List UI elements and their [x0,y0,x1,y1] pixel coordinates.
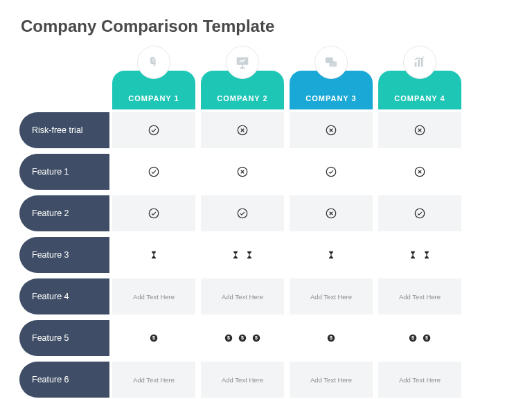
row-label: Feature 3 [19,237,109,273]
cell: $ [290,320,373,356]
column-header-label: COMPANY 3 [305,94,356,103]
column-header-2: COMPANY 2 [201,46,284,109]
row-label: Feature 4 [19,278,109,314]
column-header-label: COMPANY 2 [217,94,267,103]
check-icon [148,166,160,178]
placeholder-text: Add Text Here [133,376,175,384]
column-header-4: COMPANY 4 [378,46,461,109]
cell [378,112,461,148]
cell: $ [112,320,195,356]
hourglass-icon [231,250,240,260]
cell [290,237,373,273]
placeholder-text: Add Text Here [310,293,352,301]
svg-rect-2 [329,61,337,66]
header-spacer [19,46,109,109]
row-label-text: Feature 6 [32,375,69,384]
dollar-icon: $ [326,333,336,343]
row-label-text: Feature 2 [32,209,69,218]
svg-text:$: $ [255,335,258,341]
column-header-label: COMPANY 4 [394,94,445,103]
cell [112,112,195,148]
svg-rect-4 [418,60,420,66]
cross-icon [325,124,337,136]
row-label-text: Feature 1 [32,167,69,177]
svg-point-15 [238,209,247,218]
check-icon [325,166,337,178]
page-title: Company Comparison Template [21,17,513,36]
comparison-slide: Company Comparison Template COMPANY 1COM… [0,0,532,399]
cell: Add Text Here [290,278,373,314]
row-label-text: Risk-free trial [32,125,83,135]
svg-point-14 [149,209,159,218]
cell: $$$ [201,320,284,356]
column-header-label: COMPANY 1 [128,94,179,103]
comparison-grid: COMPANY 1COMPANY 2COMPANY 3COMPANY 4Risk… [19,46,513,399]
cell [378,237,461,273]
cell: Add Text Here [201,278,284,314]
cell [290,112,373,148]
cell [378,154,461,190]
cross-icon [414,166,426,178]
cell [112,195,195,231]
cell: Add Text Here [378,362,461,398]
svg-rect-3 [415,62,417,66]
check-icon [236,207,249,220]
svg-text:$: $ [330,335,332,341]
hourglass-icon [326,250,336,260]
cell: $$ [378,320,461,356]
cell [112,154,195,190]
check-icon [148,207,160,220]
head-gear-icon [137,46,170,79]
cell [290,195,373,231]
svg-text:$: $ [241,335,244,341]
cross-icon [325,207,337,220]
placeholder-text: Add Text Here [222,376,263,384]
svg-text:$: $ [425,335,428,341]
cross-icon [414,124,426,136]
row-label: Feature 1 [19,154,109,190]
cross-icon [236,124,249,136]
cell [378,195,461,231]
row-label-text: Feature 3 [32,250,69,260]
cell [290,154,373,190]
svg-point-17 [415,209,425,218]
row-label: Feature 5 [19,320,109,356]
svg-point-6 [149,125,159,135]
row-label-text: Feature 4 [32,292,69,301]
column-header-1: COMPANY 1 [112,46,195,109]
cell: Add Text Here [112,278,195,314]
placeholder-text: Add Text Here [399,293,441,301]
placeholder-text: Add Text Here [310,376,352,384]
cell: Add Text Here [290,362,373,398]
cell [201,112,284,148]
dollar-icon: $ [224,333,233,343]
hourglass-icon [408,250,418,260]
dollar-icon: $ [251,333,261,343]
svg-point-12 [326,167,336,177]
row-label: Risk-free trial [19,112,109,148]
check-icon [148,124,160,136]
presentation-icon [226,46,259,79]
row-label: Feature 6 [19,362,109,398]
cross-icon [236,166,249,178]
chat-icon [314,46,348,79]
placeholder-text: Add Text Here [399,376,441,384]
cell: Add Text Here [201,362,284,398]
svg-point-10 [149,167,159,177]
svg-text:$: $ [411,335,414,341]
cell [112,237,195,273]
placeholder-text: Add Text Here [133,293,175,301]
dollar-icon: $ [238,333,247,343]
cell: Add Text Here [378,278,461,314]
hourglass-icon [422,250,432,260]
dollar-icon: $ [149,333,159,343]
row-label-text: Feature 5 [32,333,69,343]
svg-text:$: $ [227,335,230,341]
svg-text:$: $ [152,335,155,341]
cell [201,195,284,231]
hourglass-icon [149,250,159,260]
placeholder-text: Add Text Here [222,293,263,301]
row-label: Feature 2 [19,195,109,231]
dollar-icon: $ [408,333,418,343]
column-header-3: COMPANY 3 [290,46,373,109]
